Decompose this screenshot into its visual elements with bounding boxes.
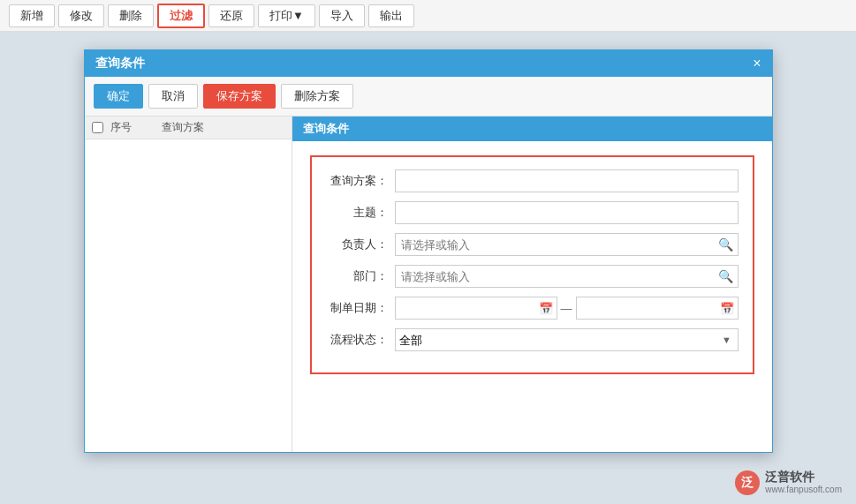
- date-to-input[interactable]: [577, 300, 716, 316]
- left-panel: 序号 查询方案: [85, 117, 292, 452]
- logo-icon: 泛: [735, 470, 760, 495]
- dialog: 查询条件 × 确定 取消 保存方案 删除方案 序号 查询方案: [84, 49, 773, 453]
- owner-input-wrapper: 🔍: [395, 233, 739, 256]
- new-button[interactable]: 新增: [9, 4, 55, 27]
- cal-from-icon[interactable]: 📅: [535, 297, 557, 319]
- right-panel: 查询条件 查询方案： 主题：: [292, 117, 772, 452]
- page-footer: 泛 泛普软件 www.fanpusoft.com: [735, 470, 842, 495]
- col-num-header: 序号: [110, 120, 155, 135]
- query-plan-row: 查询方案：: [326, 169, 739, 192]
- flow-status-row: 流程状态： 全部 进行中 已完成 已取消 ▼: [326, 328, 739, 351]
- dialog-body: 序号 查询方案 查询条件 查询方案：: [85, 117, 772, 452]
- left-panel-header: 序号 查询方案: [85, 117, 292, 139]
- flow-status-label: 流程状态：: [326, 332, 388, 348]
- left-panel-content: [85, 139, 292, 452]
- save-plan-button[interactable]: 保存方案: [203, 84, 276, 109]
- cal-to-icon[interactable]: 📅: [716, 297, 738, 319]
- edit-button[interactable]: 修改: [58, 4, 104, 27]
- subject-label: 主题：: [326, 205, 388, 221]
- department-search-icon[interactable]: 🔍: [715, 266, 738, 287]
- import-button[interactable]: 导入: [319, 4, 365, 27]
- cancel-button[interactable]: 取消: [148, 84, 198, 109]
- owner-label: 负责人：: [326, 237, 388, 252]
- dropdown-icon: ▼: [716, 329, 738, 350]
- department-input[interactable]: [396, 268, 715, 285]
- subject-input[interactable]: [395, 201, 739, 224]
- owner-input[interactable]: [396, 237, 715, 253]
- department-row: 部门： 🔍: [326, 265, 739, 288]
- subject-row: 主题：: [326, 201, 739, 224]
- close-button[interactable]: ×: [753, 56, 761, 71]
- date-separator: —: [561, 302, 572, 315]
- select-all-checkbox[interactable]: [92, 122, 103, 133]
- delete-button[interactable]: 删除: [108, 4, 154, 27]
- delete-plan-button[interactable]: 删除方案: [281, 84, 353, 109]
- query-plan-label: 查询方案：: [326, 173, 388, 189]
- logo-main: 泛普软件: [765, 470, 842, 485]
- date-from-input[interactable]: [396, 300, 535, 316]
- dialog-title: 查询条件: [95, 56, 145, 71]
- dialog-title-bar: 查询条件 ×: [85, 50, 772, 77]
- logo-sub: www.fanpusoft.com: [765, 485, 842, 495]
- dialog-actions: 确定 取消 保存方案 删除方案: [85, 77, 772, 117]
- print-button[interactable]: 打印▼: [258, 4, 315, 27]
- date-range: 📅 — 📅: [395, 297, 739, 320]
- flow-status-select[interactable]: 全部 进行中 已完成 已取消: [396, 332, 716, 349]
- department-label: 部门：: [326, 268, 388, 284]
- owner-row: 负责人： 🔍: [326, 233, 739, 256]
- query-plan-input[interactable]: [395, 169, 739, 192]
- date-row: 制单日期： 📅 — 📅: [326, 297, 739, 320]
- right-panel-title: 查询条件: [292, 117, 772, 141]
- flow-status-wrapper: 全部 进行中 已完成 已取消 ▼: [395, 328, 739, 351]
- export-button[interactable]: 输出: [368, 4, 414, 27]
- col-name-header: 查询方案: [162, 120, 284, 135]
- right-panel-content: 查询方案： 主题： 负责人：: [292, 141, 772, 452]
- restore-button[interactable]: 还原: [208, 4, 254, 27]
- modal-overlay: 查询条件 × 确定 取消 保存方案 删除方案 序号 查询方案: [0, 32, 856, 504]
- logo-text: 泛普软件 www.fanpusoft.com: [765, 470, 842, 495]
- filter-button[interactable]: 过滤: [157, 4, 205, 28]
- owner-search-icon[interactable]: 🔍: [715, 234, 738, 255]
- date-to-wrapper: 📅: [576, 297, 739, 320]
- toolbar: 新增 修改 删除 过滤 还原 打印▼ 导入 输出: [0, 0, 856, 32]
- date-from-wrapper: 📅: [395, 297, 557, 320]
- date-label: 制单日期：: [326, 300, 388, 316]
- form-box: 查询方案： 主题： 负责人：: [310, 155, 754, 374]
- department-input-wrapper: 🔍: [395, 265, 739, 288]
- confirm-button[interactable]: 确定: [94, 84, 143, 109]
